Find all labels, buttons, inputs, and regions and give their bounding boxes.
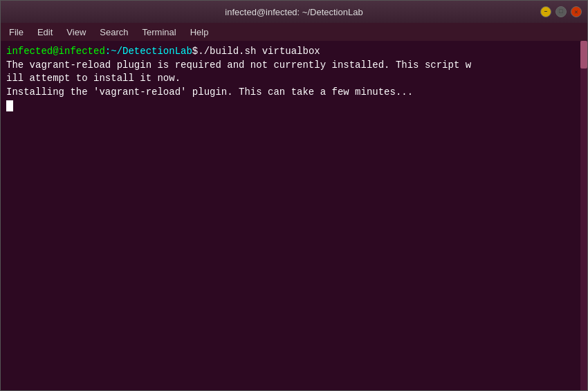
scrollbar[interactable] — [580, 41, 587, 390]
close-button[interactable]: ✕ — [571, 6, 582, 17]
terminal-cursor — [6, 100, 13, 111]
menubar: File Edit View Search Terminal Help — [1, 23, 587, 41]
window-controls: – □ ✕ — [540, 6, 582, 17]
prompt-line: infected@infected :~/DetectionLab $ ./bu… — [6, 45, 582, 59]
terminal-body[interactable]: infected@infected :~/DetectionLab $ ./bu… — [1, 41, 587, 390]
menu-search[interactable]: Search — [94, 26, 134, 39]
prompt-command: ./build.sh virtualbox — [198, 45, 320, 59]
cursor-line — [6, 99, 582, 113]
prompt-user: infected@infected — [6, 45, 105, 59]
maximize-button[interactable]: □ — [555, 6, 567, 17]
titlebar: infected@infected: ~/DetectionLab – □ ✕ — [1, 1, 587, 23]
prompt-path: :~/DetectionLab — [105, 45, 192, 59]
output-line-3: Installing the 'vagrant-reload' plugin. … — [6, 86, 582, 100]
menu-file[interactable]: File — [3, 26, 29, 39]
menu-edit[interactable]: Edit — [32, 26, 58, 39]
minimize-button[interactable]: – — [540, 6, 551, 17]
terminal-window: infected@infected: ~/DetectionLab – □ ✕ … — [0, 0, 588, 391]
menu-view[interactable]: View — [61, 26, 91, 39]
scrollbar-thumb[interactable] — [580, 41, 587, 69]
output-line-2: ill attempt to install it now. — [6, 72, 582, 86]
menu-terminal[interactable]: Terminal — [137, 26, 182, 39]
prompt-dollar: $ — [192, 45, 198, 59]
output-line-1: The vagrant-reload plugin is required an… — [6, 59, 582, 73]
menu-help[interactable]: Help — [185, 26, 214, 39]
window-title: infected@infected: ~/DetectionLab — [48, 7, 540, 17]
